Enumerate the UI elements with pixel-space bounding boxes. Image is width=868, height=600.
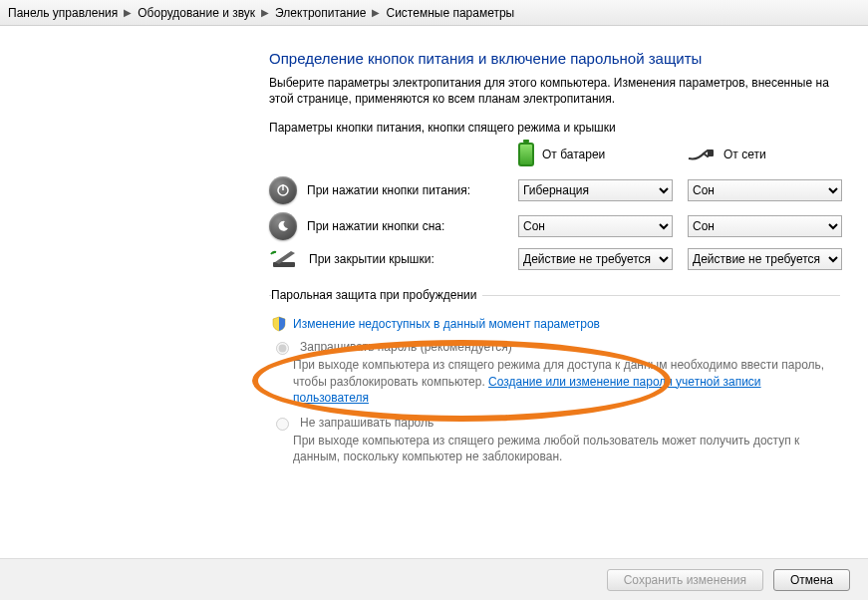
group-hardware-title: Параметры кнопки питания, кнопки спящего… (269, 121, 840, 135)
no-password-desc: При выходе компьютера из спящего режима … (293, 433, 838, 464)
require-password-radio[interactable] (276, 342, 289, 355)
chevron-right-icon: ▶ (124, 7, 132, 18)
require-password-label: Запрашивать пароль (рекомендуется) (300, 340, 512, 355)
breadcrumb-item[interactable]: Панель управления (8, 6, 118, 20)
lid-ac-select[interactable]: Действие не требуется (688, 248, 842, 270)
no-password-label: Не запрашивать пароль (300, 416, 434, 431)
option-require-password: Запрашивать пароль (рекомендуется) (271, 340, 838, 355)
password-protection-group: Парольная защита при пробуждении Изменен… (269, 288, 840, 474)
save-button[interactable]: Сохранить изменения (607, 569, 763, 591)
power-icon (269, 176, 297, 204)
battery-icon (518, 143, 534, 166)
column-battery-label: От батареи (542, 148, 605, 161)
row-power-button: При нажатии кнопки питания: Гибернация С… (269, 176, 840, 204)
cancel-button[interactable]: Отмена (773, 569, 850, 591)
breadcrumb-item[interactable]: Оборудование и звук (138, 6, 255, 20)
footer-bar: Сохранить изменения Отмена (0, 558, 868, 600)
row-lid-label: При закрытии крышки: (309, 252, 434, 266)
row-lid-close: При закрытии крышки: Действие не требует… (269, 248, 840, 270)
breadcrumb: Панель управления ▶ Оборудование и звук … (0, 0, 868, 26)
laptop-lid-icon (269, 248, 299, 270)
row-sleep-button: При нажатии кнопки сна: Сон Сон (269, 212, 840, 240)
content-panel: Определение кнопок питания и включение п… (0, 26, 868, 558)
sleep-ac-select[interactable]: Сон (688, 215, 842, 237)
change-unavailable-settings[interactable]: Изменение недоступных в данный момент па… (271, 316, 838, 332)
column-headers: От батареи От сети (269, 143, 840, 166)
svg-rect-3 (273, 262, 295, 267)
password-group-legend: Парольная защита при пробуждении (271, 288, 482, 302)
sleep-battery-select[interactable]: Сон (518, 215, 673, 237)
page-intro: Выберите параметры электропитания для эт… (269, 75, 840, 107)
breadcrumb-item[interactable]: Электропитание (275, 6, 366, 20)
shield-icon (271, 316, 287, 332)
chevron-right-icon: ▶ (261, 7, 269, 18)
lid-battery-select[interactable]: Действие не требуется (518, 248, 673, 270)
column-ac-label: От сети (723, 148, 766, 161)
breadcrumb-item: Системные параметры (386, 6, 514, 20)
row-power-label: При нажатии кнопки питания: (307, 183, 470, 197)
change-unavailable-link[interactable]: Изменение недоступных в данный момент па… (293, 317, 600, 331)
no-password-radio[interactable] (276, 418, 289, 431)
row-sleep-label: При нажатии кнопки сна: (307, 219, 444, 233)
power-battery-select[interactable]: Гибернация (518, 179, 673, 201)
page-title: Определение кнопок питания и включение п… (269, 50, 840, 67)
moon-icon (269, 212, 297, 240)
chevron-right-icon: ▶ (372, 7, 380, 18)
require-password-desc: При выходе компьютера из спящего режима … (293, 357, 838, 406)
plug-icon (688, 147, 716, 162)
power-ac-select[interactable]: Сон (688, 179, 842, 201)
option-no-password: Не запрашивать пароль (271, 416, 838, 431)
svg-rect-0 (708, 150, 714, 156)
